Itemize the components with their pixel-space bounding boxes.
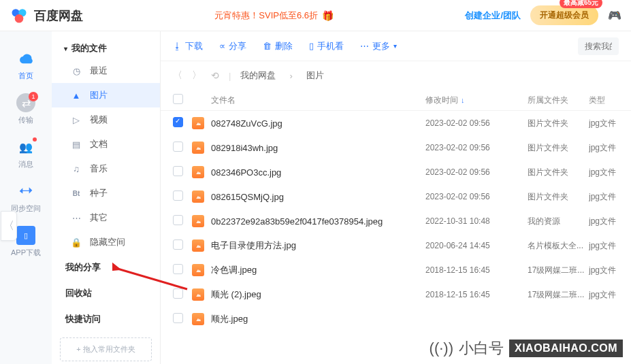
tree-header-my-files[interactable]: ▾ 我的文件: [52, 38, 160, 59]
section-quick-access[interactable]: 快捷访问: [52, 306, 160, 332]
row-checkbox[interactable]: [173, 215, 183, 225]
nav-messages[interactable]: 👥 消息: [0, 133, 52, 173]
tree-music[interactable]: ♫音乐: [52, 156, 160, 181]
vip-button[interactable]: 开通超级会员 最高减65元: [530, 5, 598, 25]
select-all-checkbox[interactable]: [173, 94, 183, 104]
row-checkbox[interactable]: [173, 117, 183, 127]
file-time: 2018-12-15 16:45: [425, 265, 528, 275]
search-input[interactable]: [578, 37, 619, 55]
table-row[interactable]: 082615QSMjQ.jpg2023-02-02 09:56图片文件夹jpg文…: [161, 184, 631, 209]
download-button[interactable]: ⭳下载: [173, 40, 203, 52]
drop-folder-target[interactable]: + 拖入常用文件夹: [60, 337, 152, 361]
gift-icon: 🎁: [322, 10, 334, 21]
image-file-icon: [192, 166, 204, 178]
gamepad-icon[interactable]: 🎮: [608, 9, 621, 22]
breadcrumb-row: 〈 〉 ⟲ | 我的网盘 › 图片: [161, 61, 631, 90]
file-type: jpg文件: [589, 142, 619, 154]
share-button[interactable]: ∝分享: [219, 40, 246, 52]
logo[interactable]: 百度网盘: [10, 6, 83, 25]
breadcrumb-current[interactable]: 图片: [306, 69, 324, 82]
promo-text[interactable]: 元宵特惠！SVIP低至6.6折: [214, 10, 318, 22]
row-checkbox[interactable]: [173, 264, 183, 274]
section-my-share[interactable]: 我的分享: [52, 254, 160, 280]
table-row[interactable]: 082346PO3cc.jpg2023-02-02 09:56图片文件夹jpg文…: [161, 160, 631, 184]
tree-images[interactable]: ▲图片: [52, 83, 160, 107]
row-checkbox[interactable]: [173, 239, 183, 250]
lock-icon: 🔒: [71, 237, 82, 248]
dots-icon: ⋯: [71, 213, 82, 223]
table-row[interactable]: 082748ZuVcG.jpg2023-02-02 09:56图片文件夹jpg文…: [161, 111, 631, 135]
image-file-icon: [192, 288, 204, 301]
primary-sidenav: 首页 ⇄ 1 传输 👥 消息 同步空间 ▯ APP下载: [0, 31, 52, 364]
table-row[interactable]: 冷色调.jpeg2018-12-15 16:4517级网媒二班...jpg文件: [161, 258, 631, 282]
col-time[interactable]: 修改时间↓: [425, 95, 528, 106]
file-type: jpg文件: [589, 216, 619, 227]
file-table-header: 文件名 修改时间↓ 所属文件夹 类型: [161, 90, 631, 111]
file-folder: 17级网媒二班...: [528, 289, 589, 301]
tree-torrent[interactable]: Bt种子: [52, 181, 160, 205]
mobile-button[interactable]: ▯手机看: [309, 40, 344, 52]
file-type: jpg文件: [589, 167, 619, 178]
file-type: jpg文件: [589, 265, 619, 276]
file-folder: 图片文件夹: [528, 142, 589, 154]
file-folder: 我的资源: [528, 216, 589, 227]
tree-video[interactable]: ▷视频: [52, 107, 160, 132]
forward-button[interactable]: 〉: [192, 69, 201, 82]
top-bar: 百度网盘 元宵特惠！SVIP低至6.6折 🎁 创建企业/团队 开通超级会员 最高…: [0, 0, 631, 31]
delete-button[interactable]: 🗑删除: [263, 40, 293, 52]
row-checkbox[interactable]: [173, 288, 183, 299]
file-toolbar: ⭳下载 ∝分享 🗑删除 ▯手机看 ⋯更多▾: [161, 31, 631, 61]
back-button[interactable]: 〈: [173, 69, 182, 82]
file-time: 2022-10-31 10:48: [425, 216, 528, 226]
image-file-icon: [192, 264, 204, 276]
col-name[interactable]: 文件名: [211, 95, 425, 106]
refresh-button[interactable]: ⟲: [211, 70, 219, 81]
file-folder: 17级网媒二班...: [528, 265, 589, 276]
tree-recent[interactable]: ◷最近: [52, 59, 160, 83]
file-time: 2023-02-02 09:56: [425, 167, 528, 177]
file-time: 2023-02-02 09:56: [425, 143, 528, 152]
tree-docs[interactable]: ▤文档: [52, 132, 160, 156]
col-type[interactable]: 类型: [589, 95, 619, 106]
row-checkbox[interactable]: [173, 191, 183, 201]
sidebar-collapse-handle[interactable]: 〈: [1, 211, 17, 241]
table-row[interactable]: 082918i43wh.jpg2023-02-02 09:56图片文件夹jpg文…: [161, 135, 631, 160]
file-tree-sidebar: ▾ 我的文件 ◷最近 ▲图片 ▷视频 ▤文档 ♫音乐 Bt种子 ⋯其它 🔒隐藏空…: [52, 31, 161, 364]
nav-home[interactable]: 首页: [0, 41, 52, 85]
row-checkbox[interactable]: [173, 166, 183, 176]
tree-other[interactable]: ⋯其它: [52, 205, 160, 230]
file-folder: 图片文件夹: [528, 167, 589, 178]
chevron-down-icon: ▾: [64, 45, 67, 52]
cloud-icon: [14, 45, 37, 68]
logo-text: 百度网盘: [34, 7, 83, 24]
create-enterprise-link[interactable]: 创建企业/团队: [465, 10, 521, 22]
sync-icon: [16, 182, 35, 201]
file-name: 顺光 (2).jpeg: [211, 288, 425, 301]
row-checkbox[interactable]: [173, 313, 183, 323]
breadcrumb-root[interactable]: 我的网盘: [240, 69, 276, 82]
more-button[interactable]: ⋯更多▾: [360, 40, 397, 52]
image-file-icon: [192, 313, 204, 325]
chevron-down-icon: ▾: [393, 42, 397, 50]
tree-hidden[interactable]: 🔒隐藏空间: [52, 230, 160, 254]
table-row[interactable]: 0b22372e92a83b59e2f0417fe0378954.jpeg202…: [161, 209, 631, 233]
transfer-badge: 1: [29, 92, 38, 101]
nav-transfer[interactable]: ⇄ 1 传输: [0, 89, 52, 129]
file-time: 2020-06-24 14:45: [425, 241, 528, 250]
file-folder: 名片模板大全...: [528, 240, 589, 252]
file-type: jpg文件: [589, 289, 619, 301]
file-name: 082918i43wh.jpg: [211, 143, 425, 153]
vip-discount-badge: 最高减65元: [560, 0, 602, 8]
table-row[interactable]: 电子目录使用方法.jpg2020-06-24 14:45名片模板大全...jpg…: [161, 233, 631, 258]
file-name: 顺光.jpeg: [211, 313, 425, 325]
file-folder: 图片文件夹: [528, 191, 589, 203]
table-row[interactable]: 顺光 (2).jpeg2018-12-15 16:4517级网媒二班...jpg…: [161, 282, 631, 307]
file-name: 冷色调.jpeg: [211, 264, 425, 276]
col-folder[interactable]: 所属文件夹: [528, 95, 589, 106]
row-checkbox[interactable]: [173, 142, 183, 152]
table-row[interactable]: 顺光.jpeg: [161, 307, 631, 331]
file-name: 电子目录使用方法.jpg: [211, 239, 425, 252]
file-type: jpg文件: [589, 240, 619, 252]
section-recycle[interactable]: 回收站: [52, 280, 160, 306]
share-icon: ∝: [219, 41, 225, 51]
